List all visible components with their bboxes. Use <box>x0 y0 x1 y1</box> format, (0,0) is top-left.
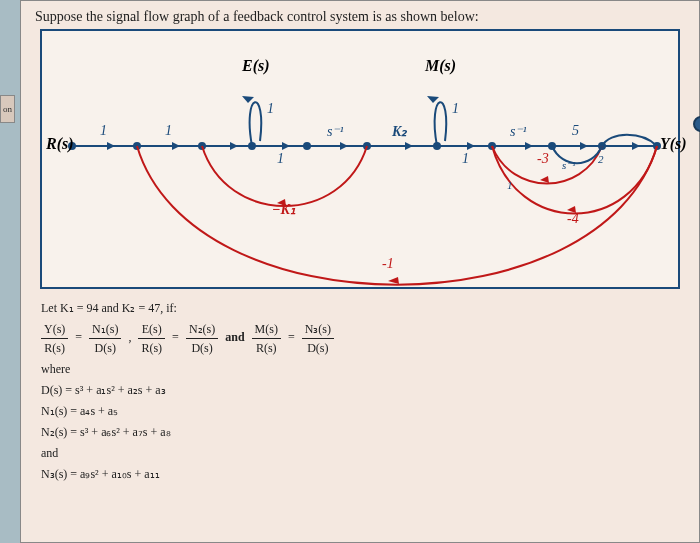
svg-marker-34 <box>540 176 549 183</box>
edge-afterM: 1 <box>462 151 469 167</box>
frac-N3D: N₃(s) D(s) <box>302 320 334 357</box>
where-label: where <box>41 360 685 378</box>
edge-minus1: -1 <box>382 256 394 272</box>
edge-K2: K₂ <box>392 123 407 140</box>
svg-marker-26 <box>525 142 533 150</box>
edge-inner-s: s⁻¹ <box>562 159 576 172</box>
svg-marker-30 <box>632 142 640 150</box>
N1s-eq: N₁(s) = a₄s + a₅ <box>41 402 685 420</box>
tf-equations: Y(s) R(s) = N₁(s) D(s) , E(s) R(s) = N₂(… <box>41 320 685 357</box>
and2-label: and <box>41 444 685 462</box>
svg-marker-31 <box>242 96 254 103</box>
problem-statement: Suppose the signal flow graph of a feedb… <box>35 9 685 25</box>
svg-marker-14 <box>172 142 180 150</box>
label-R: R(s) <box>46 135 74 153</box>
svg-marker-24 <box>467 142 475 150</box>
equations-block: Let K₁ = 94 and K₂ = 47, if: Y(s) R(s) =… <box>35 299 685 483</box>
page-container: Suppose the signal flow graph of a feedb… <box>20 0 700 543</box>
frac-N2D: N₂(s) D(s) <box>186 320 218 357</box>
label-Y: Y(s) <box>660 135 687 153</box>
edge-minus3: -3 <box>537 151 549 167</box>
edge-selfM: 1 <box>452 101 459 117</box>
svg-marker-36 <box>388 277 399 284</box>
svg-marker-32 <box>427 96 439 103</box>
svg-marker-20 <box>340 142 348 150</box>
edge-inner-2: 2 <box>598 153 604 165</box>
svg-marker-12 <box>107 142 115 150</box>
edge-afterE: 1 <box>277 151 284 167</box>
N3s-eq: N₃(s) = a₉s² + a₁₀s + a₁₁ <box>41 465 685 483</box>
signal-flow-graph: R(s) Y(s) E(s) M(s) 1 1 1 1 s⁻¹ K₂ 1 1 s… <box>40 29 680 289</box>
Ds-eq: D(s) = s³ + a₁s² + a₂s + a₃ <box>41 381 685 399</box>
sfg-svg <box>42 31 682 291</box>
right-marker-icon <box>693 116 700 132</box>
frac-YR: Y(s) R(s) <box>41 320 68 357</box>
label-M: M(s) <box>425 57 456 75</box>
svg-marker-16 <box>230 142 238 150</box>
frac-N1D: N₁(s) D(s) <box>89 320 121 357</box>
edge-minus4: -4 <box>567 211 579 227</box>
edge-s1b: s⁻¹ <box>510 123 527 140</box>
svg-marker-18 <box>282 142 290 150</box>
edge-1a: 1 <box>100 123 107 139</box>
label-E: E(s) <box>242 57 270 75</box>
N2s-eq: N₂(s) = s³ + a₆s² + a₇s + a₈ <box>41 423 685 441</box>
side-tab: on <box>0 95 15 123</box>
svg-marker-22 <box>405 142 413 150</box>
edge-minusK1: −K₁ <box>272 201 296 218</box>
edge-s1a: s⁻¹ <box>327 123 344 140</box>
edge-1b: 1 <box>165 123 172 139</box>
edge-5: 5 <box>572 123 579 139</box>
svg-marker-28 <box>580 142 588 150</box>
frac-ER: E(s) R(s) <box>138 320 165 357</box>
frac-MR: M(s) R(s) <box>252 320 281 357</box>
edge-selfE: 1 <box>267 101 274 117</box>
let-line: Let K₁ = 94 and K₂ = 47, if: <box>41 299 685 317</box>
edge-inner-1: 1 <box>507 179 513 191</box>
